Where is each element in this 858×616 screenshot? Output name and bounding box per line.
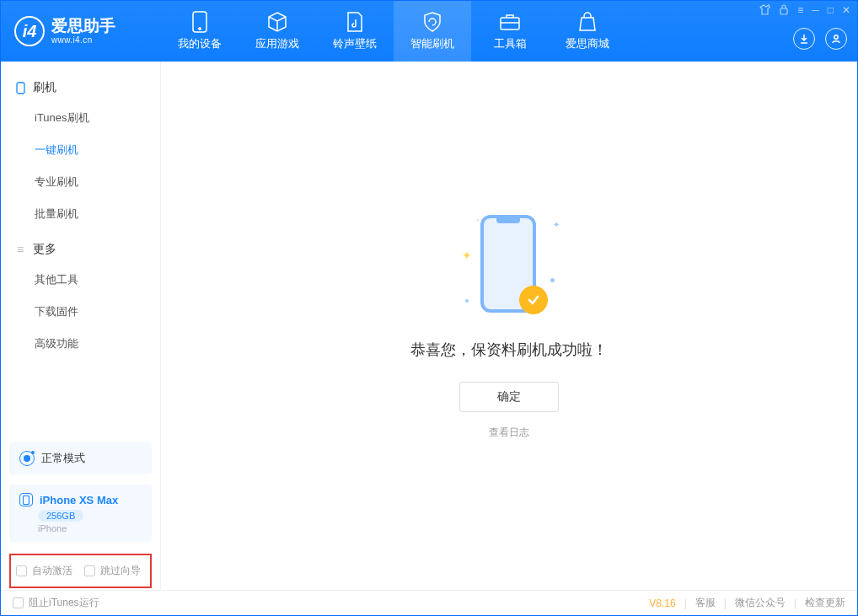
- device-type: iPhone: [38, 523, 142, 533]
- shield-refresh-icon: [421, 11, 443, 33]
- checkbox-skip-guide[interactable]: 跳过向导: [84, 564, 141, 578]
- support-link[interactable]: 客服: [695, 596, 716, 610]
- user-button[interactable]: [825, 28, 847, 50]
- sidebar-item-download-firmware[interactable]: 下载固件: [1, 296, 160, 328]
- maximize-button[interactable]: □: [828, 4, 834, 18]
- version-label: V8.16: [649, 597, 675, 609]
- svg-rect-6: [24, 495, 29, 504]
- header-actions: [793, 28, 847, 50]
- checkbox-label: 自动激活: [32, 564, 72, 578]
- skin-icon[interactable]: [759, 4, 770, 18]
- device-card[interactable]: iPhone XS Max 256GB iPhone: [9, 485, 152, 542]
- nav-my-device[interactable]: 我的设备: [161, 1, 239, 62]
- nav-ringtones[interactable]: 铃声壁纸: [316, 1, 394, 62]
- nav-toolbox[interactable]: 工具箱: [471, 1, 549, 62]
- lock-icon[interactable]: [779, 4, 789, 18]
- sidebar-item-other-tools[interactable]: 其他工具: [1, 264, 160, 296]
- checkbox-icon: [84, 565, 95, 576]
- menu-icon[interactable]: ≡: [797, 4, 803, 18]
- nav-store[interactable]: 爱思商城: [549, 1, 626, 62]
- checkbox-label: 跳过向导: [100, 564, 141, 578]
- svg-point-4: [834, 35, 838, 39]
- dot-icon: [465, 299, 469, 303]
- download-button[interactable]: [793, 28, 815, 50]
- app-window: i4 爱思助手 www.i4.cn 我的设备 应用游戏 铃声壁纸 智能刷机: [0, 0, 858, 616]
- check-update-link[interactable]: 检查更新: [805, 596, 845, 610]
- footer: 阻止iTunes运行 V8.16 | 客服 | 微信公众号 | 检查更新: [1, 590, 857, 615]
- bag-icon: [576, 11, 598, 33]
- sidebar-item-one-click-flash[interactable]: 一键刷机: [1, 134, 160, 166]
- main-content: ✦ ✦ + 恭喜您，保资料刷机成功啦！ 确定 查看日志: [161, 62, 857, 590]
- nav-label: 铃声壁纸: [333, 36, 377, 51]
- sidebar-section-more: ≡ 更多: [1, 235, 160, 264]
- sidebar-section-label: 刷机: [33, 80, 56, 95]
- sidebar-item-itunes-flash[interactable]: iTunes刷机: [1, 102, 160, 134]
- device-name: iPhone XS Max: [40, 494, 118, 506]
- app-subtitle: www.i4.cn: [51, 35, 115, 45]
- sparkle-icon: ✦: [462, 249, 472, 262]
- minimize-button[interactable]: ─: [812, 4, 819, 18]
- sidebar-item-pro-flash[interactable]: 专业刷机: [1, 166, 160, 198]
- window-controls: ≡ ─ □ ✕: [759, 4, 850, 18]
- list-icon: ≡: [14, 244, 26, 255]
- checkbox-label: 阻止iTunes运行: [29, 596, 99, 610]
- device-icon: [189, 11, 211, 33]
- nav-label: 爱思商城: [566, 36, 609, 51]
- nav-label: 工具箱: [494, 36, 527, 51]
- titlebar: i4 爱思助手 www.i4.cn 我的设备 应用游戏 铃声壁纸 智能刷机: [1, 1, 857, 62]
- checkbox-block-itunes[interactable]: 阻止iTunes运行: [13, 596, 99, 610]
- nav-label: 智能刷机: [410, 36, 454, 51]
- cube-icon: [266, 11, 288, 33]
- logo-area: i4 爱思助手 www.i4.cn: [1, 1, 161, 62]
- logo-icon: i4: [14, 16, 45, 46]
- check-badge-icon: [519, 286, 548, 314]
- top-nav: 我的设备 应用游戏 铃声壁纸 智能刷机 工具箱 爱思商城: [161, 1, 857, 62]
- options-highlight-box: 自动激活 跳过向导: [9, 554, 152, 588]
- app-title: 爱思助手: [51, 18, 115, 35]
- nav-apps[interactable]: 应用游戏: [239, 1, 316, 62]
- sidebar-section-flash: 刷机: [1, 73, 160, 102]
- svg-rect-5: [17, 83, 24, 94]
- nav-label: 我的设备: [178, 36, 222, 51]
- svg-rect-2: [501, 18, 519, 29]
- svg-point-1: [199, 28, 201, 30]
- sparkle-icon: ✦: [553, 220, 560, 229]
- mode-card[interactable]: 正常模式: [9, 442, 152, 474]
- nav-flash[interactable]: 智能刷机: [394, 1, 471, 62]
- phone-small-icon: [14, 82, 26, 94]
- toolbox-icon: [499, 11, 521, 33]
- mode-icon: [19, 451, 35, 466]
- dot-icon: [550, 278, 555, 282]
- body: 刷机 iTunes刷机 一键刷机 专业刷机 批量刷机 ≡ 更多 其他工具 下载固…: [1, 62, 857, 590]
- sidebar-section-label: 更多: [33, 242, 56, 257]
- sidebar: 刷机 iTunes刷机 一键刷机 专业刷机 批量刷机 ≡ 更多 其他工具 下载固…: [1, 62, 161, 590]
- success-message: 恭喜您，保资料刷机成功啦！: [410, 340, 608, 360]
- mode-label: 正常模式: [41, 451, 85, 466]
- sidebar-item-batch-flash[interactable]: 批量刷机: [1, 198, 160, 230]
- sidebar-item-advanced[interactable]: 高级功能: [1, 328, 160, 360]
- storage-badge: 256GB: [38, 510, 83, 522]
- checkbox-icon: [13, 597, 24, 608]
- view-log-link[interactable]: 查看日志: [489, 426, 529, 440]
- checkbox-icon: [16, 565, 27, 576]
- checkbox-auto-activate[interactable]: 自动激活: [16, 564, 72, 578]
- device-small-icon: [19, 493, 33, 506]
- wechat-link[interactable]: 微信公众号: [735, 596, 786, 610]
- music-file-icon: [344, 11, 366, 33]
- close-button[interactable]: ✕: [842, 4, 850, 18]
- nav-label: 应用游戏: [255, 36, 299, 51]
- ok-button[interactable]: 确定: [459, 382, 559, 412]
- sparkle-icon: +: [475, 217, 480, 224]
- success-illustration: ✦ ✦ +: [458, 212, 560, 321]
- svg-rect-3: [780, 8, 787, 14]
